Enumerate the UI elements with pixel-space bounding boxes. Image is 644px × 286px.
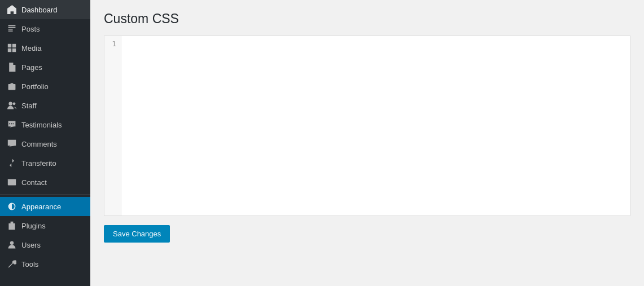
svg-rect-4 xyxy=(8,84,16,90)
tools-icon xyxy=(7,259,17,269)
media-icon xyxy=(7,43,17,53)
svg-point-5 xyxy=(8,102,12,105)
line-number-1: 1 xyxy=(112,39,116,48)
sidebar-label-comments: Comments xyxy=(21,140,57,148)
sidebar-item-plugins[interactable]: Plugins xyxy=(0,216,90,235)
sidebar-item-staff[interactable]: Staff xyxy=(0,96,90,115)
sidebar-item-posts[interactable]: Posts xyxy=(0,19,90,38)
main-content: Custom CSS 1 Save Changes xyxy=(90,0,644,286)
sidebar: Dashboard Posts Media Pages Portfolio St… xyxy=(0,0,90,286)
plugins-icon xyxy=(7,221,17,231)
contact-icon xyxy=(7,177,17,187)
users-icon xyxy=(7,240,17,250)
sidebar-item-media[interactable]: Media xyxy=(0,38,90,58)
sidebar-item-tools[interactable]: Tools xyxy=(0,254,90,274)
sidebar-item-portfolio[interactable]: Portfolio xyxy=(0,77,90,96)
sidebar-label-staff: Staff xyxy=(21,102,37,110)
svg-rect-0 xyxy=(8,44,11,47)
sidebar-item-users[interactable]: Users xyxy=(0,235,90,254)
css-textarea[interactable] xyxy=(121,36,630,215)
line-numbers: 1 xyxy=(104,36,121,215)
sidebar-item-testimonials[interactable]: Testimonials xyxy=(0,115,90,134)
sidebar-label-contact: Contact xyxy=(21,178,47,187)
css-editor-wrapper: 1 xyxy=(104,36,630,216)
sidebar-label-dashboard: Dashboard xyxy=(21,6,58,14)
sidebar-label-pages: Pages xyxy=(21,63,42,72)
portfolio-icon xyxy=(7,81,17,91)
staff-icon xyxy=(7,100,17,111)
sidebar-label-posts: Posts xyxy=(21,25,40,33)
transferito-icon xyxy=(7,158,17,168)
sidebar-label-plugins: Plugins xyxy=(21,222,46,230)
svg-point-6 xyxy=(13,102,16,105)
sidebar-label-appearance: Appearance xyxy=(21,203,61,211)
sidebar-divider xyxy=(0,194,90,195)
sidebar-item-appearance[interactable]: Appearance xyxy=(0,197,90,216)
sidebar-item-transferito[interactable]: Transferito xyxy=(0,153,90,173)
sidebar-label-testimonials: Testimonials xyxy=(21,121,62,129)
sidebar-label-media: Media xyxy=(21,44,41,52)
dashboard-icon xyxy=(7,5,17,15)
svg-point-8 xyxy=(10,241,14,245)
pages-icon xyxy=(7,62,17,72)
sidebar-item-pages[interactable]: Pages xyxy=(0,58,90,77)
sidebar-label-transferito: Transferito xyxy=(21,159,56,168)
page-title: Custom CSS xyxy=(104,11,630,27)
save-changes-button[interactable]: Save Changes xyxy=(104,225,170,243)
sidebar-item-dashboard[interactable]: Dashboard xyxy=(0,0,90,19)
appearance-icon xyxy=(7,201,17,212)
sidebar-item-contact[interactable]: Contact xyxy=(0,173,90,192)
sidebar-label-portfolio: Portfolio xyxy=(21,82,49,91)
posts-icon xyxy=(7,24,17,34)
sidebar-label-tools: Tools xyxy=(21,260,38,269)
sidebar-label-users: Users xyxy=(21,241,41,249)
svg-rect-3 xyxy=(12,49,16,52)
testimonials-icon xyxy=(7,120,17,130)
comments-icon xyxy=(7,139,17,149)
svg-rect-2 xyxy=(8,49,11,52)
sidebar-item-comments[interactable]: Comments xyxy=(0,134,90,153)
svg-rect-1 xyxy=(12,44,16,47)
